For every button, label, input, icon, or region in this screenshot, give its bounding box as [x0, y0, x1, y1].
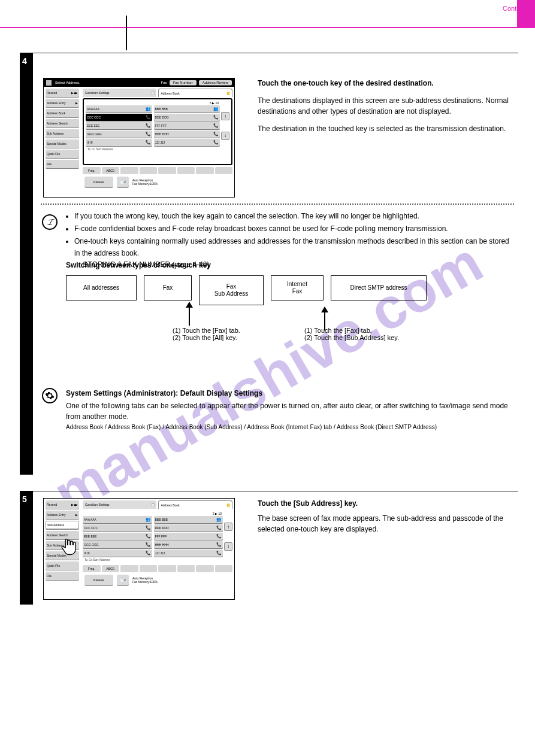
idx2-abcd[interactable]: ABCD — [102, 565, 120, 572]
list2-count: 5 ▶ 10 — [83, 512, 223, 515]
lcd-titlebar: Select Address. Fax Fax Number Address R… — [44, 78, 234, 87]
lcd-title: Select Address. — [54, 81, 161, 84]
header-contents: Contents — [503, 5, 529, 12]
gear-icon — [42, 388, 58, 403]
step-4-text: Touch the one-touch key of the desired d… — [258, 78, 509, 140]
doc-icon — [46, 80, 52, 86]
dashed-divider — [41, 204, 514, 205]
pencil-icon: 𝓘 — [42, 214, 58, 230]
box-fax: Fax — [144, 275, 192, 300]
side2-resend[interactable]: Resend▶■▶ — [46, 500, 79, 509]
side2-file[interactable]: File — [46, 572, 79, 580]
side2-sub-address[interactable]: Sub Address — [46, 521, 79, 529]
side2-address-entry[interactable]: Address Entry▶ — [46, 511, 79, 519]
step5-bar — [20, 491, 33, 605]
addr2-hhh[interactable]: HHH HHH📞 — [154, 541, 223, 548]
lcd-sidebar: Resend▶■▶ Address Entry▶ Address Book Ad… — [44, 87, 81, 186]
side2-quick-file[interactable]: Quick File — [46, 561, 79, 570]
addr2-ddd[interactable]: DDD DDD📞 — [154, 524, 223, 532]
box-smtp: Direct SMTP address — [331, 275, 427, 300]
sort2-line: To Cc Sort Address — [83, 558, 223, 561]
address-jjj[interactable]: JJJ JJJ📞 — [154, 139, 220, 146]
addr2-ggg[interactable]: GGG GGG📞 — [83, 541, 152, 548]
side-resend[interactable]: Resend▶■▶ — [46, 89, 79, 97]
tab-address-book[interactable]: Address Book📒 — [158, 89, 233, 97]
scroll2-up[interactable]: ↑ — [224, 523, 232, 531]
list-count: 5 ▶ 10 — [86, 101, 220, 105]
box-ifax: Internet Fax — [271, 275, 324, 300]
idx-freq[interactable]: Freq. — [83, 167, 101, 174]
scroll2-down[interactable]: ↓ — [224, 542, 232, 551]
idx-7[interactable] — [215, 167, 233, 174]
address-fff[interactable]: FFF FFF📞 — [154, 122, 220, 129]
step-4-section — [20, 53, 518, 53]
scroll-down[interactable]: ↓ — [221, 132, 229, 140]
address-eee[interactable]: EEE EEE📞 — [86, 122, 152, 129]
addr2-bbb[interactable]: BBB BBB👥 — [154, 516, 223, 523]
addr2-ccc[interactable]: CCC CCC📞 — [83, 524, 152, 532]
switch-steps-1: (1) Touch the [Fax] tab. (2) Touch the [… — [173, 327, 240, 341]
scroll-up[interactable]: ↑ — [221, 112, 229, 120]
switch-caption: Switching between types of one-touch key — [66, 261, 211, 269]
side-sub-address[interactable]: Sub Address — [46, 129, 79, 138]
svg-marker-1 — [186, 302, 193, 308]
switch-row: All addresses Fax Fax Sub Address Intern… — [66, 275, 427, 305]
step-4-number: 4 — [22, 56, 27, 66]
idx-abcd[interactable]: ABCD — [102, 167, 120, 174]
address-ddd[interactable]: DDD DDD📞 — [154, 114, 220, 121]
tab-condition[interactable]: Condition Settings📋 — [83, 89, 156, 97]
preview-button[interactable]: Preview — [84, 177, 113, 187]
watermark: manualshive.com — [42, 229, 493, 527]
box-sub: Fax Sub Address — [199, 275, 264, 305]
arrow-up-1 — [186, 302, 193, 326]
address-list: 5 ▶ 10 AAA AAA👥BBB BBB👥 CCC CCC📞DDD DDD📞… — [83, 98, 232, 165]
status2-text: Auto Reception Fax Memory:100% — [132, 575, 232, 585]
address-review-button[interactable]: Address Review — [199, 80, 232, 85]
address-bbb[interactable]: BBB BBB👥 — [154, 105, 220, 113]
hand-pointer-icon — [59, 536, 80, 557]
special2-button[interactable]: 📄↗ — [117, 575, 129, 585]
svg-marker-3 — [321, 306, 328, 312]
step-5-text: Touch the [Sub Address] key. The base sc… — [258, 498, 509, 535]
side-address-book[interactable]: Address Book — [46, 109, 79, 117]
step-marker-bar — [20, 53, 33, 475]
status-text: Auto Reception Fax Memory:100% — [132, 177, 232, 187]
side-quick-file[interactable]: Quick File — [46, 150, 79, 158]
fax-number-button[interactable]: Fax Number — [170, 80, 197, 85]
switch-steps-2: (1) Touch the [Fax] tab. (2) Touch the [… — [304, 327, 399, 341]
address-hhh[interactable]: HHH HHH📞 — [154, 130, 220, 138]
idx-6[interactable] — [196, 167, 214, 174]
addr2-eee[interactable]: EEE EEE📞 — [83, 533, 152, 540]
address-iii[interactable]: III III📞 — [86, 139, 152, 146]
preview2-button[interactable]: Preview — [84, 575, 113, 585]
tab2-condition[interactable]: Condition Settings📋 — [83, 500, 156, 509]
address-ccc[interactable]: CCC CCC📞 — [86, 114, 152, 121]
address-ggg[interactable]: GGG GGG📞 — [86, 130, 152, 138]
addr2-iii[interactable]: III III📞 — [83, 549, 152, 557]
header-rule — [0, 27, 535, 28]
index2-tabs: Freq. ABCD — [83, 565, 232, 572]
side-address-search[interactable]: Address Search — [46, 119, 79, 127]
index-tabs: Freq. ABCD — [83, 167, 232, 174]
idx-4[interactable] — [158, 167, 176, 174]
callout-line — [126, 16, 127, 50]
special-button[interactable]: 📄↗ — [117, 177, 129, 187]
lcd-panel-1: Select Address. Fax Fax Number Address R… — [43, 78, 235, 198]
idx-2[interactable] — [120, 167, 138, 174]
system-settings-text: System Settings (Administrator): Default… — [66, 388, 509, 432]
addr2-fff[interactable]: FFF FFF📞 — [154, 533, 223, 540]
addr2-aaa[interactable]: AAA AAA👥 — [83, 516, 152, 523]
idx-3[interactable] — [140, 167, 158, 174]
idx-5[interactable] — [177, 167, 195, 174]
box-all: All addresses — [66, 275, 137, 300]
address-aaa[interactable]: AAA AAA👥 — [86, 105, 152, 113]
sort-line: To Cc Sort Address — [86, 147, 220, 151]
addr2-jjj[interactable]: JJJ JJJ📞 — [154, 549, 223, 557]
side-special-modes[interactable]: Special Modes — [46, 139, 79, 148]
side-address-entry[interactable]: Address Entry▶ — [46, 99, 79, 107]
idx2-freq[interactable]: Freq. — [83, 565, 101, 572]
lcd-mode: Fax — [161, 81, 167, 84]
side-file[interactable]: File — [46, 160, 79, 168]
tab2-address-book[interactable]: Address Book📒 — [158, 500, 233, 509]
corner-tab — [517, 0, 535, 28]
